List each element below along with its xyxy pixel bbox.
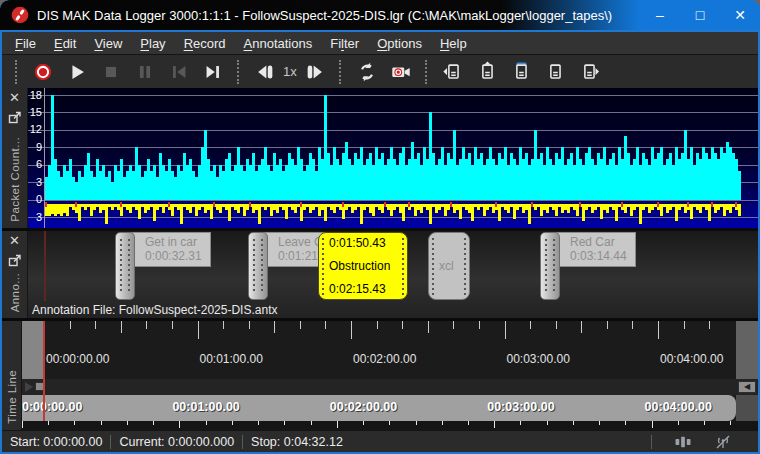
menu-item-file[interactable]: File bbox=[6, 35, 45, 52]
post-dots bbox=[261, 239, 263, 294]
timeline-ruler[interactable]: 00:00:00.0000:01:00.0000:02:00.0000:03:0… bbox=[22, 321, 758, 430]
timeline-left-arrow-handle[interactable] bbox=[25, 382, 33, 392]
popout-panel-icon[interactable] bbox=[8, 110, 21, 128]
annotation-prev-button[interactable] bbox=[438, 58, 468, 86]
packet-count-chart[interactable]: 181512963036 bbox=[28, 88, 758, 228]
error-tick bbox=[657, 202, 659, 207]
skip-forward-button[interactable] bbox=[198, 58, 228, 86]
error-tick bbox=[531, 202, 533, 207]
menu-item-play[interactable]: Play bbox=[131, 35, 174, 52]
rewind-button[interactable] bbox=[250, 58, 280, 86]
audio-levels-icon[interactable] bbox=[674, 433, 692, 451]
annotations-track[interactable]: Annotation File: FollowSuspect-2025-DIS.… bbox=[28, 231, 758, 318]
record-camera-button[interactable] bbox=[386, 58, 416, 86]
timeline-bottom-tick bbox=[442, 421, 443, 425]
timeline-bottom-tick bbox=[678, 421, 679, 425]
timeline-tick bbox=[556, 321, 557, 329]
timeline-playhead[interactable] bbox=[43, 321, 45, 421]
packet-count-panel: ✕ Packet Count... 181512963036 bbox=[2, 88, 758, 228]
error-tick bbox=[75, 202, 77, 207]
timeline-right-grip[interactable]: ◀ bbox=[738, 381, 756, 393]
annotation-start-time: 0:01:50.43 bbox=[329, 236, 403, 250]
error-tick bbox=[249, 202, 251, 207]
status-separator bbox=[110, 435, 111, 449]
annotation-view-button[interactable] bbox=[540, 58, 570, 86]
timeline-bottom-tick bbox=[179, 421, 180, 428]
minimize-button[interactable]: – bbox=[640, 0, 680, 30]
annotation-title: xcl bbox=[439, 259, 465, 273]
error-tick bbox=[342, 202, 344, 207]
close-panel-icon[interactable]: ✕ bbox=[9, 91, 20, 105]
maximize-button[interactable]: □ bbox=[680, 0, 720, 30]
timeline-label: 00:03:00.00 bbox=[507, 352, 570, 366]
annotation-obstruction[interactable]: 0:01:50.43Obstruction0:02:15.43 bbox=[318, 232, 408, 300]
timeline-tick bbox=[505, 321, 506, 339]
error-tick bbox=[300, 202, 302, 207]
chart-ytick-label: 0 bbox=[28, 194, 42, 205]
post-dots bbox=[253, 239, 255, 294]
timeline-bottom-tick bbox=[573, 421, 574, 425]
annotation-post-get-in-car[interactable] bbox=[115, 232, 135, 300]
range-dots bbox=[402, 238, 404, 296]
timeline-tick bbox=[300, 321, 301, 329]
play-button[interactable] bbox=[62, 58, 92, 86]
annotation-time: 0:03:14.44 bbox=[570, 249, 627, 263]
timeline-tick bbox=[530, 321, 531, 329]
annotation-next-button[interactable] bbox=[574, 58, 604, 86]
timeline-bottom-tick bbox=[284, 421, 285, 425]
timeline-bottom-tick bbox=[258, 421, 259, 425]
menu-item-view[interactable]: View bbox=[85, 35, 131, 52]
timeline-panel-title: Time Line bbox=[6, 370, 18, 424]
chart-ytick-label: 9 bbox=[28, 142, 42, 153]
annotation-prev-icon bbox=[442, 61, 464, 83]
timeline-tick bbox=[274, 321, 275, 333]
timeline-scroll-track[interactable] bbox=[22, 379, 758, 395]
error-tick bbox=[45, 202, 47, 207]
error-tick bbox=[168, 202, 170, 207]
packet-panel-strip: ✕ Packet Count... bbox=[2, 88, 28, 228]
loop-button[interactable] bbox=[352, 58, 382, 86]
menu-item-filter[interactable]: Filter bbox=[321, 35, 368, 52]
toolbar-grip[interactable] bbox=[15, 60, 19, 84]
annotation-post-red-car[interactable] bbox=[540, 232, 560, 300]
error-tick bbox=[384, 202, 386, 207]
fast-forward-button[interactable] bbox=[300, 58, 330, 86]
popout-panel-icon[interactable] bbox=[8, 253, 21, 271]
menu-item-edit[interactable]: Edit bbox=[45, 35, 85, 52]
app-window: DIS MAK Data Logger 3000:1:1:1 - FollowS… bbox=[0, 0, 760, 454]
menu-item-record[interactable]: Record bbox=[175, 35, 235, 52]
below-baseline-bar bbox=[738, 204, 741, 216]
timeline-bottom-tick bbox=[337, 421, 338, 428]
timeline-bottom-tick bbox=[311, 421, 312, 425]
skip-back-icon bbox=[168, 61, 190, 83]
annotation-current-button[interactable] bbox=[506, 58, 536, 86]
chart-ytick-label: 3 bbox=[28, 212, 42, 223]
annotations-panel: ✕ Anno... Annotation File: FollowSuspect… bbox=[2, 231, 758, 318]
annotation-post-leave-car[interactable] bbox=[248, 232, 268, 300]
record-button[interactable] bbox=[28, 58, 58, 86]
pause-button bbox=[130, 58, 160, 86]
annotation-time: 0:00:32.31 bbox=[145, 249, 202, 263]
below-baseline-bar bbox=[105, 204, 108, 224]
menu-item-annotations[interactable]: Annotations bbox=[235, 35, 322, 52]
status-bar: Start: 0:00:00.00 Current: 0:00:00.000 S… bbox=[2, 430, 758, 452]
close-panel-icon[interactable]: ✕ bbox=[9, 234, 20, 248]
post-dots bbox=[553, 239, 555, 294]
broadcast-off-icon[interactable] bbox=[714, 433, 732, 451]
annotation-current-icon bbox=[510, 61, 532, 83]
annotation-add-button[interactable] bbox=[472, 58, 502, 86]
timeline-tick bbox=[607, 321, 608, 329]
menu-item-help[interactable]: Help bbox=[431, 35, 476, 52]
menu-item-options[interactable]: Options bbox=[368, 35, 431, 52]
app-icon[interactable] bbox=[11, 6, 29, 24]
timeline-bottom-tick bbox=[625, 421, 626, 425]
error-tick bbox=[213, 202, 215, 207]
toolbar-separator bbox=[339, 60, 343, 84]
annotation-xcl[interactable]: xcl bbox=[428, 232, 470, 300]
close-button[interactable]: ✕ bbox=[720, 0, 760, 30]
timeline-tick bbox=[70, 321, 71, 329]
annotation-end-time: 0:02:15.43 bbox=[329, 282, 403, 296]
rewind-icon bbox=[254, 61, 276, 83]
timeline-tick bbox=[402, 321, 403, 329]
timeline-bottom-tick bbox=[206, 421, 207, 425]
